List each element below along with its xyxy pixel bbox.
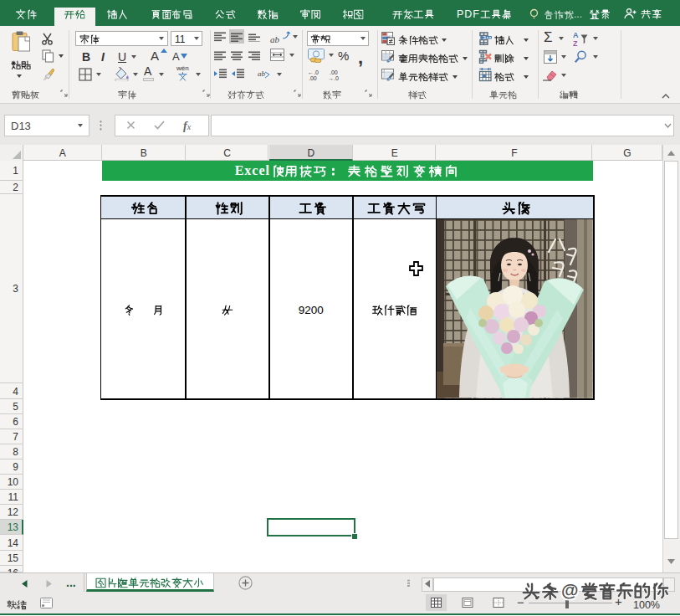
svg-text:→.0: →.0: [328, 75, 339, 80]
svg-text:←.0: ←.0: [308, 69, 319, 75]
svg-text:ab: ab: [258, 69, 266, 78]
svg-text:A: A: [573, 31, 579, 39]
svg-text:.00: .00: [309, 75, 317, 80]
svg-text:Z: Z: [573, 39, 578, 47]
svg-text:.00: .00: [330, 69, 338, 75]
